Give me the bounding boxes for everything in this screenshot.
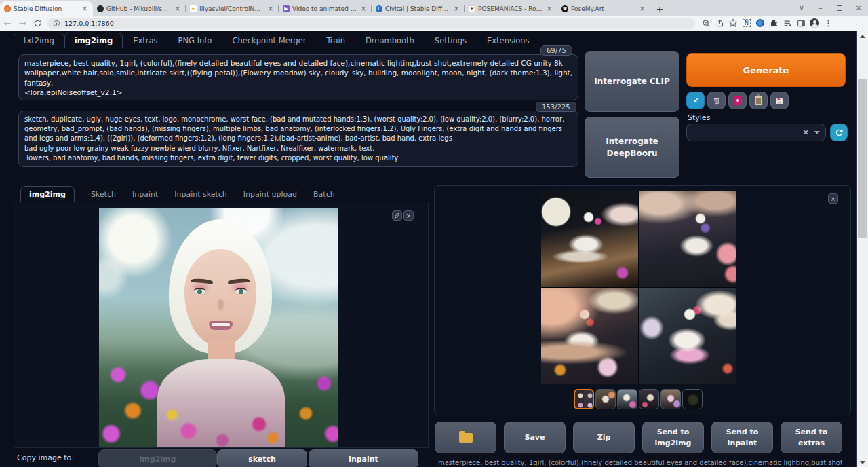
tab-close-icon[interactable]: × <box>359 5 368 12</box>
generate-button[interactable]: Generate <box>686 53 846 87</box>
tab-train[interactable]: Train <box>316 33 355 48</box>
refresh-icon <box>835 128 844 137</box>
reading-list-icon[interactable] <box>781 16 794 30</box>
copy-to-inpaint-button[interactable]: inpaint <box>309 449 418 467</box>
paste-styles-button[interactable] <box>749 92 768 109</box>
profile-avatar[interactable] <box>808 16 821 30</box>
styles-select[interactable]: ✕ <box>686 124 826 141</box>
tab-img2img[interactable]: img2img <box>64 33 123 48</box>
site-info-icon[interactable] <box>53 20 60 27</box>
subtab-batch[interactable]: Batch <box>313 187 335 202</box>
generated-image-grid[interactable] <box>541 191 736 384</box>
extension-n-icon[interactable]: N <box>740 16 753 30</box>
save-button[interactable]: Save <box>504 422 566 453</box>
refresh-styles-button[interactable] <box>830 124 848 141</box>
zip-button[interactable]: Zip <box>573 422 635 453</box>
address-bar[interactable]: 127.0.0.1:7860 <box>47 18 695 29</box>
extension-blue-icon[interactable] <box>753 16 767 30</box>
window-close-button[interactable]: × <box>849 0 868 16</box>
tab-png-info[interactable]: PNG Info <box>168 33 222 48</box>
tab-txt2img[interactable]: txt2img <box>14 33 64 48</box>
gallery-thumbnail[interactable] <box>595 389 616 409</box>
scrollbar-thumb[interactable] <box>858 79 867 238</box>
portrait-nose <box>218 299 224 310</box>
open-folder-button[interactable] <box>435 422 496 453</box>
close-gallery-button[interactable]: × <box>828 193 838 204</box>
share-icon[interactable] <box>713 16 726 30</box>
stable-diffusion-webui: txt2img img2img Extras PNG Info Checkpoi… <box>0 31 857 467</box>
browser-tab[interactable]: GitHub - Mikubill/sd-webui-con × <box>93 1 186 16</box>
subtab-inpaint-upload[interactable]: Inpaint upload <box>243 187 297 202</box>
scroll-down-arrow[interactable] <box>857 457 868 467</box>
tab-checkpoint-merger[interactable]: Checkpoint Merger <box>222 33 316 48</box>
forward-button[interactable]: → <box>15 16 30 30</box>
send-to-img2img-button[interactable]: Send to img2img <box>642 422 704 453</box>
browser-tab[interactable]: P POSEMANIACS - Royalty free 3 × <box>465 1 557 16</box>
page-scrollbar[interactable] <box>857 31 868 467</box>
zoom-icon[interactable] <box>699 16 713 30</box>
save-style-button[interactable] <box>770 92 789 109</box>
remove-image-button[interactable]: × <box>403 210 414 221</box>
tab-extras[interactable]: Extras <box>123 33 167 48</box>
back-button[interactable]: ← <box>0 16 15 30</box>
posemyart-favicon: Ψ <box>561 5 568 12</box>
subtab-inpaint-sketch[interactable]: Inpaint sketch <box>174 187 227 202</box>
browser-tab[interactable]: ▶ Video to animated GIF converter × <box>279 1 372 16</box>
extensions-puzzle-icon[interactable] <box>767 16 781 30</box>
scroll-up-arrow[interactable] <box>857 31 868 41</box>
extra-networks-card-icon <box>734 96 742 105</box>
clear-styles-icon[interactable]: ✕ <box>803 128 809 137</box>
img2img-source-panel: × <box>14 202 429 448</box>
browser-tab[interactable]: Ψ PoseMy.Art × <box>557 1 650 16</box>
browser-tab-title: Illyasviel/ControlNet at main <box>199 5 264 12</box>
gallery-thumbnail[interactable] <box>617 389 637 409</box>
browser-tab-strip: Stable Diffusion × GitHub - Mikubill/sd-… <box>0 0 868 16</box>
tab-close-icon[interactable]: × <box>267 5 275 12</box>
tab-search-icon[interactable]: ∨ <box>792 0 811 16</box>
gallery-thumbnail[interactable] <box>682 389 703 409</box>
send-to-inpaint-button[interactable]: Send to inpaint <box>711 422 773 453</box>
gallery-thumbnail[interactable] <box>639 389 659 409</box>
subtab-inpaint[interactable]: Inpaint <box>132 187 158 202</box>
source-image-portrait[interactable] <box>99 208 338 447</box>
window-minimize-button[interactable]: – <box>811 0 830 16</box>
new-tab-button[interactable]: + <box>653 2 667 16</box>
generated-image-4[interactable] <box>639 288 736 384</box>
window-maximize-button[interactable] <box>830 0 849 16</box>
copy-to-img2img-button: img2img <box>98 449 217 467</box>
tab-close-icon[interactable]: × <box>174 5 182 12</box>
edit-image-button[interactable] <box>392 210 402 221</box>
interrogate-clip-button[interactable]: Interrogate CLIP <box>585 51 679 112</box>
generated-image-1[interactable] <box>541 191 638 287</box>
copy-to-sketch-button[interactable]: sketch <box>217 449 307 467</box>
generated-image-3[interactable] <box>541 288 638 384</box>
bookmark-star-icon[interactable] <box>726 16 740 30</box>
portrait-mouth <box>209 321 233 330</box>
tab-settings[interactable]: Settings <box>425 33 477 48</box>
interrogate-deepbooru-button[interactable]: Interrogate DeepBooru <box>585 117 679 178</box>
generated-image-2[interactable] <box>639 191 736 287</box>
gallery-thumbnail[interactable] <box>660 389 681 409</box>
subtab-sketch[interactable]: Sketch <box>91 187 116 202</box>
tab-dreambooth[interactable]: Dreambooth <box>355 33 425 48</box>
extra-networks-button[interactable] <box>728 92 747 109</box>
tab-close-icon[interactable]: × <box>545 5 553 12</box>
tab-close-icon[interactable]: × <box>81 5 89 12</box>
subtab-img2img[interactable]: img2img <box>20 186 75 202</box>
tab-close-icon[interactable]: × <box>452 5 460 12</box>
prompt-textarea[interactable]: masterpiece, best quality, 1girl, (color… <box>18 54 578 100</box>
read-parameters-button[interactable] <box>686 92 705 109</box>
tab-close-icon[interactable]: × <box>638 5 646 12</box>
reload-button[interactable] <box>30 16 45 30</box>
browser-menu-icon[interactable] <box>821 16 835 30</box>
browser-tab-title: PoseMy.Art <box>571 5 635 12</box>
browser-tab[interactable]: C Civitai | Stable Diffusion models × <box>372 1 465 16</box>
clear-prompt-button[interactable] <box>707 92 726 109</box>
gallery-thumbnail-selected[interactable] <box>574 389 594 409</box>
send-to-extras-button[interactable]: Send to extras <box>781 422 842 453</box>
negative-prompt-textarea[interactable]: sketch, duplicate, ugly, huge eyes, text… <box>18 111 578 167</box>
tab-extensions[interactable]: Extensions <box>477 33 539 48</box>
side-panel-icon[interactable] <box>794 16 808 30</box>
browser-tab[interactable]: ★ Illyasviel/ControlNet at main × <box>186 1 279 16</box>
browser-tab[interactable]: Stable Diffusion × <box>0 1 93 16</box>
